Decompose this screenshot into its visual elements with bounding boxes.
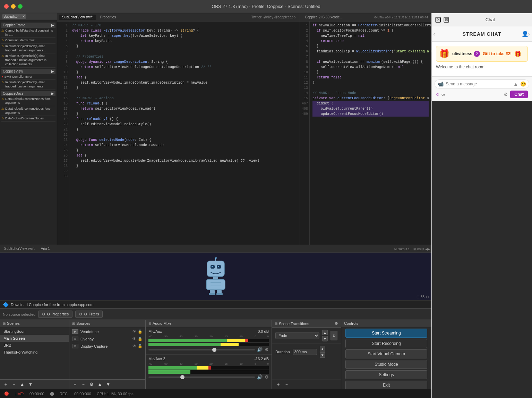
- sources-panel: ⊞ Sources ▶ Veadotube 👁 🔒 ⊠ Overlay: [69, 320, 146, 389]
- preview-resolution: 88: [421, 295, 424, 299]
- sources-down-button[interactable]: ▼: [105, 381, 112, 388]
- scene-item-thanksforwatching[interactable]: ThanksForWatching: [0, 349, 69, 356]
- lock-icon[interactable]: 🔒: [138, 337, 143, 341]
- controls-panel-header: Controls: [341, 320, 431, 327]
- eye-icon[interactable]: 👁: [132, 329, 136, 334]
- tab-coppice2[interactable]: Coppice 2 IB 89.xcode...: [301, 15, 346, 20]
- filters-button[interactable]: ⚙ ⚙ Filters: [75, 311, 103, 318]
- duration-input[interactable]: [293, 349, 317, 355]
- duration-stepper-up[interactable]: ▲: [320, 346, 325, 352]
- mute-button-2[interactable]: 🔊: [257, 374, 263, 380]
- scene-item-mainscreen[interactable]: Main Screen: [0, 335, 69, 342]
- sources-up-button[interactable]: ▲: [96, 381, 103, 388]
- fader-thumb-1[interactable]: [212, 348, 216, 352]
- status-rec-time: 00:00:000: [74, 392, 91, 396]
- filter-icon: ⚙: [79, 312, 83, 316]
- sources-remove-button[interactable]: －: [80, 381, 87, 388]
- start-recording-button[interactable]: Start Recording: [345, 339, 427, 348]
- source-item-overlay[interactable]: ⊠ Overlay 👁 🔒: [69, 335, 145, 342]
- no-source-label: No source selected: [3, 312, 35, 316]
- preview-content: ⊞ 88 ⊡: [0, 253, 431, 300]
- minimize-button[interactable]: [11, 4, 16, 9]
- fader-1[interactable]: [148, 349, 255, 350]
- scene-item-startingsoon[interactable]: StartingSoon: [0, 328, 69, 335]
- source-item-display[interactable]: ⊠ Display Capture 👁 🔒: [69, 342, 145, 350]
- sources-add-button[interactable]: ＋: [71, 381, 78, 388]
- maximize-button[interactable]: [18, 4, 23, 9]
- settings-button[interactable]: Settings: [345, 370, 427, 379]
- scene-transitions-panel: ⊞ Scene Transitions ⚙ Fade ▲ ▼ ⚙ Duratio…: [272, 320, 341, 389]
- audio-settings-2[interactable]: ⚙: [265, 374, 269, 380]
- window-title: OBS 27.1.3 (mac) - Profile: Coppice - Sc…: [212, 4, 320, 9]
- duration-stepper-down[interactable]: ▼: [320, 352, 325, 358]
- lock-icon[interactable]: 🔒: [138, 329, 143, 334]
- level-ticks-2: -60-50-40-30-20-15-10-50: [148, 362, 269, 365]
- scenes-panel: ⊞ Scenes StartingSoon Main Screen BRB Th…: [0, 320, 69, 389]
- chat-nav-right-button[interactable]: ›: [528, 30, 530, 37]
- audio-channel-1: Mic/Aux 0.0 dB -60-50-40-30-20-15-10-50: [146, 327, 272, 355]
- chat-send-button[interactable]: Chat: [510, 91, 528, 98]
- chat-message-input[interactable]: [446, 82, 511, 86]
- warning-item: ⚠Data3.cloud3.contentNodes func argument…: [1, 106, 55, 116]
- sources-settings-button[interactable]: ⚙: [88, 381, 95, 388]
- level-bar-1b: [148, 343, 269, 346]
- audio-ch1-name: Mic/Aux: [148, 329, 162, 333]
- marquee-text: Download Coppice for free from coppiceap…: [11, 303, 93, 307]
- eye-icon[interactable]: 👁: [132, 337, 136, 341]
- transition-type-select[interactable]: Fade: [275, 332, 319, 339]
- scenes-down-button[interactable]: ▼: [27, 381, 34, 388]
- transitions-add-button[interactable]: ＋: [275, 381, 282, 388]
- studio-mode-button[interactable]: Studio Mode: [345, 360, 427, 369]
- chat-infinity: ∞: [441, 92, 445, 97]
- fader-2[interactable]: [148, 376, 255, 378]
- code-tabs: SubEditorView.swift Properties Twitter: …: [57, 13, 300, 22]
- transition-stepper-down[interactable]: ▼: [322, 336, 328, 341]
- lock-icon[interactable]: 🔒: [138, 344, 143, 348]
- scenes-up-button[interactable]: ▲: [19, 381, 26, 388]
- scenes-remove-button[interactable]: －: [10, 381, 17, 388]
- marquee-bar: 🔷 Download Coppice for free from coppice…: [0, 300, 431, 308]
- transition-gear-btn[interactable]: ⚙: [331, 331, 337, 340]
- properties-bar: No source selected ⚙ ⚙ Properties ⚙ ⚙ Fi…: [0, 308, 431, 320]
- source-item-veadotube[interactable]: ▶ Veadotube 👁 🔒: [69, 328, 145, 335]
- start-streaming-button[interactable]: Start Streaming: [345, 329, 427, 338]
- gift-badge-count: 2: [476, 52, 478, 56]
- chat-emoji-button[interactable]: 😊: [520, 81, 526, 87]
- tab-subeditor-view[interactable]: SubEditorView.swift: [1, 246, 37, 251]
- audio-settings-1[interactable]: ⚙: [265, 347, 269, 352]
- chat-upload-button[interactable]: ▲: [513, 81, 518, 87]
- group-coppiceframe: CoppiceFrame ▶: [1, 23, 55, 28]
- transitions-remove-button[interactable]: －: [283, 381, 290, 388]
- exit-button[interactable]: Exit: [345, 381, 427, 390]
- close-button[interactable]: [4, 4, 9, 9]
- audio-mixer-panel: ⊞ Audio Mixer Mic/Aux 0.0 dB -60-50-40-3…: [146, 320, 272, 389]
- chat-panel: ✕ ⊡ Chat ‹ STREAM CHAT 👤 › 🎁 uliwitness: [431, 13, 532, 398]
- scene-item-brb[interactable]: BRB: [0, 342, 69, 349]
- start-virtual-camera-button[interactable]: Start Virtual Camera: [345, 349, 427, 358]
- issues-tab[interactable]: SubEditor... ✕: [2, 14, 26, 19]
- audio-ch2-db: -16.2 dB: [254, 357, 269, 361]
- transition-stepper-up[interactable]: ▲: [322, 330, 328, 335]
- scenes-header-label: Scenes: [7, 321, 20, 325]
- tab-properties[interactable]: Properties: [97, 15, 120, 20]
- mute-button-1[interactable]: 🔊: [257, 347, 263, 352]
- chat-nav-left-button[interactable]: ‹: [433, 30, 435, 37]
- camera-icon: 📹: [438, 81, 444, 87]
- chat-gear-button[interactable]: ⚙: [504, 92, 508, 97]
- status-cpu: CPU: 1.1%, 30.00 fps: [97, 392, 134, 396]
- scenes-add-button[interactable]: ＋: [2, 381, 9, 388]
- chat-manage-button[interactable]: 👤: [522, 31, 529, 37]
- tab-subeditor[interactable]: SubEditorView.swift: [59, 15, 96, 20]
- chat-pop-button[interactable]: ⊡: [444, 17, 449, 23]
- warning-item: ⚠In relatedObjectBlock(s) that trapped f…: [1, 44, 55, 53]
- chat-close-button[interactable]: ✕: [435, 17, 441, 23]
- source-icons-overlay: 👁 🔒: [132, 337, 143, 341]
- level-bar-2: [148, 366, 269, 370]
- audio-channel-2: Mic/Aux 2 -16.2 dB -60-50-40-30-20-15-10…: [146, 355, 272, 382]
- audio-mixer-label: Audio Mixer: [153, 321, 173, 325]
- fader-thumb-2[interactable]: [180, 375, 185, 379]
- properties-button[interactable]: ⚙ ⚙ Properties: [38, 311, 72, 318]
- eye-icon[interactable]: 👁: [132, 344, 136, 348]
- tab-aaa[interactable]: Aria 1: [38, 246, 53, 251]
- preview-fit: ⊡: [426, 295, 429, 299]
